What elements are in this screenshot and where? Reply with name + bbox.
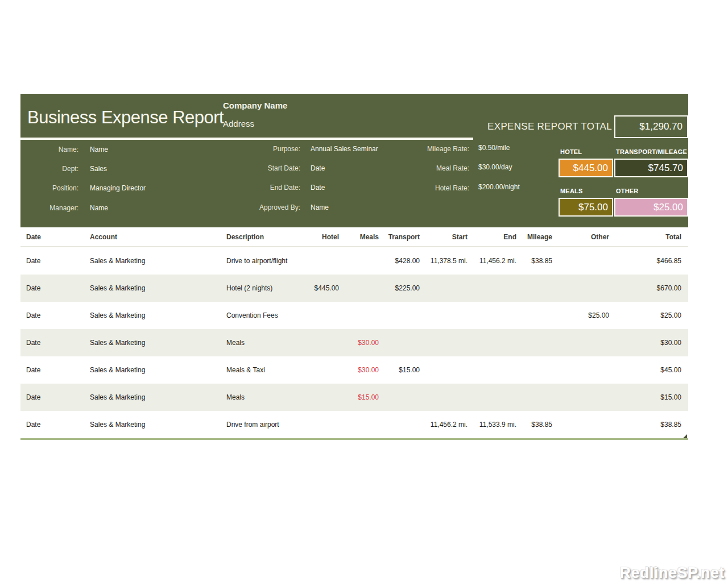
table-cell[interactable]: Sales & Marketing — [84, 339, 221, 347]
table-cell[interactable]: Sales & Marketing — [84, 311, 221, 319]
other-summary-value[interactable]: $25.00 — [614, 198, 688, 217]
table-cell[interactable]: $38.85 — [609, 421, 681, 429]
position-label: Position: — [20, 184, 78, 192]
company-address-field[interactable]: Address — [223, 119, 254, 128]
table-cell[interactable]: 11,533.9 mi. — [468, 421, 516, 429]
report-header-panel: Business Expense Report Company Name Add… — [20, 94, 688, 227]
table-cell[interactable]: Date — [20, 421, 84, 429]
hotel-summary-value[interactable]: $445.00 — [559, 159, 613, 177]
table-cell[interactable]: $38.85 — [516, 257, 552, 265]
end-date-label: End Date: — [208, 184, 300, 192]
table-cell[interactable]: Convention Fees — [221, 311, 300, 319]
column-header-total: Total — [609, 233, 681, 241]
column-header-start: Start — [420, 233, 468, 241]
watermark: RedlineSP.net — [619, 564, 725, 582]
mileage-rate-field[interactable]: $0.50/mile — [478, 144, 510, 152]
table-cell[interactable]: Drive from airport — [221, 421, 300, 429]
table-row[interactable]: DateSales & MarketingMeals$30.00$30.00 — [20, 329, 688, 356]
column-header-transport: Transport — [379, 233, 420, 241]
table-cell[interactable]: $30.00 — [339, 339, 379, 347]
table-row[interactable]: DateSales & MarketingMeals$15.00$15.00 — [20, 384, 688, 411]
table-cell[interactable]: Sales & Marketing — [84, 284, 221, 292]
table-cell[interactable]: Date — [20, 393, 84, 401]
meals-summary-value[interactable]: $75.00 — [559, 198, 613, 217]
company-name-field[interactable]: Company Name — [223, 101, 287, 110]
name-label: Name: — [20, 146, 78, 153]
table-cell[interactable]: $38.85 — [516, 421, 552, 429]
approved-by-label: Approved By: — [208, 203, 300, 211]
table-cell[interactable]: $428.00 — [379, 257, 420, 265]
table-cell[interactable]: Sales & Marketing — [84, 421, 221, 429]
table-cell[interactable]: 11,456.2 mi. — [468, 257, 516, 265]
manager-label: Manager: — [20, 204, 78, 212]
expense-table-body: DateSales & MarketingDrive to airport/fl… — [20, 247, 688, 438]
table-cell[interactable]: $25.00 — [609, 311, 681, 319]
resize-handle-icon[interactable] — [683, 434, 687, 438]
table-row[interactable]: DateSales & MarketingDrive to airport/fl… — [20, 247, 688, 275]
transport-summary-label: TRANSPORT/MILEAGE — [616, 148, 687, 155]
approved-by-field[interactable]: Name — [311, 203, 329, 211]
table-cell[interactable]: $15.00 — [339, 393, 379, 401]
table-cell[interactable]: $670.00 — [609, 284, 681, 292]
table-cell[interactable]: Date — [20, 257, 84, 265]
table-row[interactable]: DateSales & MarketingHotel (2 nights)$44… — [20, 275, 688, 302]
table-cell[interactable]: $15.00 — [609, 393, 681, 401]
table-cell[interactable]: $225.00 — [379, 284, 420, 292]
column-header-hotel: Hotel — [300, 233, 339, 241]
table-cell[interactable]: Date — [20, 339, 84, 347]
start-date-label: Start Date: — [208, 164, 300, 172]
table-cell[interactable]: Meals — [221, 339, 300, 347]
table-cell[interactable]: $30.00 — [339, 366, 379, 374]
column-header-description: Description — [221, 233, 300, 241]
table-cell[interactable]: 11,456.2 mi. — [420, 421, 468, 429]
purpose-label: Purpose: — [208, 145, 300, 153]
start-date-field[interactable]: Date — [311, 164, 325, 172]
dept-field[interactable]: Sales — [90, 165, 107, 173]
table-cell[interactable]: Sales & Marketing — [84, 366, 221, 374]
expense-report-total-label: EXPENSE REPORT TOTAL — [419, 121, 612, 132]
column-header-meals: Meals — [339, 233, 379, 241]
column-header-date: Date — [20, 233, 84, 241]
expense-report-total-value[interactable]: $1,290.70 — [614, 115, 688, 138]
column-header-end: End — [468, 233, 516, 241]
table-cell[interactable]: Date — [20, 311, 84, 319]
table-row[interactable]: DateSales & MarketingConvention Fees$25.… — [20, 302, 688, 329]
hotel-rate-field[interactable]: $200.00/night — [478, 183, 520, 191]
dept-label: Dept: — [20, 165, 78, 173]
table-row[interactable]: DateSales & MarketingDrive from airport1… — [20, 411, 688, 438]
table-bottom-border — [20, 438, 688, 440]
table-cell[interactable]: Sales & Marketing — [84, 393, 221, 401]
table-cell[interactable]: $25.00 — [552, 311, 609, 319]
column-header-account: Account — [84, 233, 221, 241]
table-row[interactable]: DateSales & MarketingMeals & Taxi$30.00$… — [20, 356, 688, 384]
column-header-mileage: Mileage — [516, 233, 552, 241]
hotel-summary-label: HOTEL — [560, 148, 582, 155]
header-divider — [20, 138, 473, 140]
table-cell[interactable]: Date — [20, 284, 84, 292]
name-field[interactable]: Name — [90, 146, 108, 153]
hotel-rate-label: Hotel Rate: — [384, 184, 469, 192]
table-cell[interactable]: Drive to airport/flight — [221, 257, 300, 265]
table-cell[interactable]: $30.00 — [609, 339, 681, 347]
table-cell[interactable]: Meals & Taxi — [221, 366, 300, 374]
column-header-other: Other — [552, 233, 609, 241]
expense-report-sheet: Business Expense Report Company Name Add… — [20, 94, 688, 440]
purpose-field[interactable]: Annual Sales Seminar — [311, 145, 378, 153]
table-cell[interactable]: Date — [20, 366, 84, 374]
end-date-field[interactable]: Date — [311, 184, 325, 192]
mileage-rate-label: Mileage Rate: — [384, 145, 469, 153]
page-title: Business Expense Report — [27, 107, 224, 128]
table-cell[interactable]: $466.85 — [609, 257, 681, 265]
table-cell[interactable]: 11,378.5 mi. — [420, 257, 468, 265]
table-cell[interactable]: $445.00 — [300, 284, 339, 292]
position-field[interactable]: Managing Director — [90, 184, 146, 192]
table-cell[interactable]: Meals — [221, 393, 300, 401]
table-cell[interactable]: $45.00 — [609, 366, 681, 374]
meal-rate-field[interactable]: $30.00/day — [478, 163, 512, 171]
table-cell[interactable]: Sales & Marketing — [84, 257, 221, 265]
table-cell[interactable]: $15.00 — [379, 366, 420, 374]
table-cell[interactable]: Hotel (2 nights) — [221, 284, 300, 292]
expense-table: DateAccountDescriptionHotelMealsTranspor… — [20, 227, 688, 440]
manager-field[interactable]: Name — [90, 204, 108, 212]
transport-summary-value[interactable]: $745.70 — [614, 159, 688, 177]
